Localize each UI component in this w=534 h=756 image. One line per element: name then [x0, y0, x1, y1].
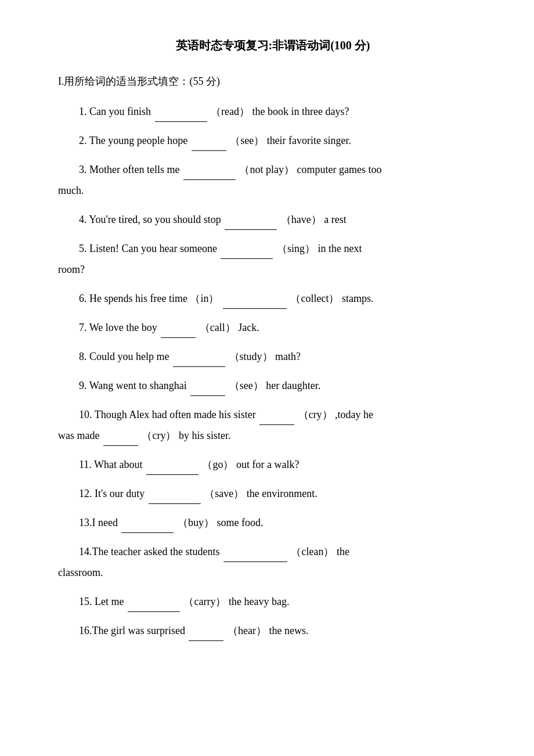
q11-blank [146, 474, 199, 475]
questions-container: 1. Can you finish （read） the book in thr… [58, 101, 488, 641]
q4-num: 4. You're tired, so you should stop [79, 214, 221, 225]
q10-hint1: （cry） [298, 409, 333, 420]
q10-after2: by his sister. [179, 430, 231, 441]
question-7: 7. We love the boy （call） Jack. [58, 317, 488, 338]
q10-after1: ,today he [335, 409, 373, 420]
q8-num: 8. Could you help me [79, 351, 169, 362]
q14-hint: （clean） [291, 546, 334, 557]
q9-blank [190, 395, 225, 396]
q8-hint: （study） [229, 351, 273, 362]
q1-hint: （read） [211, 106, 250, 117]
question-9: 9. Wang went to shanghai （see） her daugh… [58, 375, 488, 396]
q15-after: the heavy bag. [229, 596, 289, 607]
question-text: 6. He spends his free time （in） （collect… [58, 288, 488, 309]
question-text: 3. Mother often tells me （not play） comp… [58, 159, 488, 180]
question-5: 5. Listen! Can you hear someone （sing） i… [58, 238, 488, 280]
q10-continuation: was made （cry） by his sister. [58, 425, 488, 446]
question-13: 13.I need （buy） some food. [58, 512, 488, 533]
q6-num: 6. He spends his free time （in） [79, 293, 219, 304]
q3-blank [183, 179, 236, 180]
q5-hint: （sing） [277, 243, 315, 254]
question-6: 6. He spends his free time （in） （collect… [58, 288, 488, 309]
q4-hint: （have） [281, 214, 322, 225]
question-text: 16.The girl was surprised （hear） the new… [58, 620, 488, 641]
q15-hint: （carry） [183, 596, 226, 607]
q11-after: out for a walk? [236, 459, 299, 470]
q8-after: math? [275, 351, 301, 362]
q16-blank [189, 640, 223, 641]
q14-blank [223, 561, 287, 562]
q13-after: some food. [217, 517, 263, 528]
question-14: 14.The teacher asked the students （clean… [58, 541, 488, 583]
q5-blank [221, 258, 273, 259]
question-11: 11. What about （go） out for a walk? [58, 454, 488, 475]
question-text: 15. Let me （carry） the heavy bag. [58, 591, 488, 612]
q4-blank [225, 229, 277, 230]
q9-after: her daughter. [266, 380, 320, 391]
q2-num: 2. The young people hope [79, 135, 187, 146]
q4-after: a rest [324, 214, 346, 225]
q1-after: the book in three days? [252, 106, 349, 117]
q2-after: their favorite singer. [267, 135, 351, 146]
question-8: 8. Could you help me （study） math? [58, 346, 488, 367]
q6-hint: （collect） [290, 293, 339, 304]
q3-hint: （not play） [239, 164, 294, 175]
question-3: 3. Mother often tells me （not play） comp… [58, 159, 488, 201]
q15-num: 15. Let me [79, 596, 124, 607]
q10-num: 10. Though Alex had often made his siste… [79, 409, 256, 420]
q15-blank [128, 611, 180, 612]
q5-after: in the next [317, 243, 362, 254]
question-text: 12. It's our duty （save） the environment… [58, 483, 488, 504]
q3-after: computer games too [297, 164, 381, 175]
question-16: 16.The girl was surprised （hear） the new… [58, 620, 488, 641]
q7-num: 7. We love the boy [79, 322, 157, 333]
q6-after: stamps. [342, 293, 374, 304]
question-text: 9. Wang went to shanghai （see） her daugh… [58, 375, 488, 396]
question-2: 2. The young people hope （see） their fav… [58, 130, 488, 151]
question-text: 10. Though Alex had often made his siste… [58, 404, 488, 425]
question-text: 2. The young people hope （see） their fav… [58, 130, 488, 151]
q9-num: 9. Wang went to shanghai [79, 380, 187, 391]
question-text: 7. We love the boy （call） Jack. [58, 317, 488, 338]
question-15: 15. Let me （carry） the heavy bag. [58, 591, 488, 612]
question-text: 8. Could you help me （study） math? [58, 346, 488, 367]
question-text: 11. What about （go） out for a walk? [58, 454, 488, 475]
q7-hint: （call） [200, 322, 236, 333]
q1-num: 1. Can you finish [79, 106, 151, 117]
q14-continuation: classroom. [58, 562, 488, 583]
q7-after: Jack. [238, 322, 259, 333]
page-title: 英语时态专项复习:非谓语动词(100 分) [58, 35, 488, 56]
q3-continuation: much. [58, 180, 488, 201]
question-10: 10. Though Alex had often made his siste… [58, 404, 488, 446]
q16-num: 16.The girl was surprised [79, 625, 185, 636]
q14-after: the [337, 546, 349, 557]
q10-blank1 [259, 424, 294, 425]
q9-hint: （see） [229, 380, 264, 391]
q8-blank [173, 366, 225, 367]
question-1: 1. Can you finish （read） the book in thr… [58, 101, 488, 122]
q2-hint: （see） [230, 135, 264, 146]
q10-hint2: （cry） [142, 430, 176, 441]
question-4: 4. You're tired, so you should stop （hav… [58, 209, 488, 230]
question-text: 5. Listen! Can you hear someone （sing） i… [58, 238, 488, 259]
q10-blank2 [103, 445, 138, 446]
q3-num: 3. Mother often tells me [79, 164, 179, 175]
q1-blank [155, 121, 207, 122]
q11-num: 11. What about [79, 459, 142, 470]
question-text: 13.I need （buy） some food. [58, 512, 488, 533]
q13-blank [121, 532, 174, 533]
q13-num: 13.I need [79, 517, 118, 528]
q13-hint: （buy） [178, 517, 214, 528]
section1-header: I.用所给词的适当形式填空：(55 分) [58, 72, 488, 91]
q2-blank [192, 150, 226, 151]
question-text: 4. You're tired, so you should stop （hav… [58, 209, 488, 230]
q12-blank [149, 503, 201, 504]
q7-blank [161, 337, 196, 338]
q16-after: the news. [269, 625, 308, 636]
q6-blank [223, 308, 287, 309]
q11-hint: （go） [202, 459, 233, 470]
q5-num: 5. Listen! Can you hear someone [79, 243, 217, 254]
question-12: 12. It's our duty （save） the environment… [58, 483, 488, 504]
question-text: 1. Can you finish （read） the book in thr… [58, 101, 488, 122]
q12-hint: （save） [204, 488, 244, 499]
